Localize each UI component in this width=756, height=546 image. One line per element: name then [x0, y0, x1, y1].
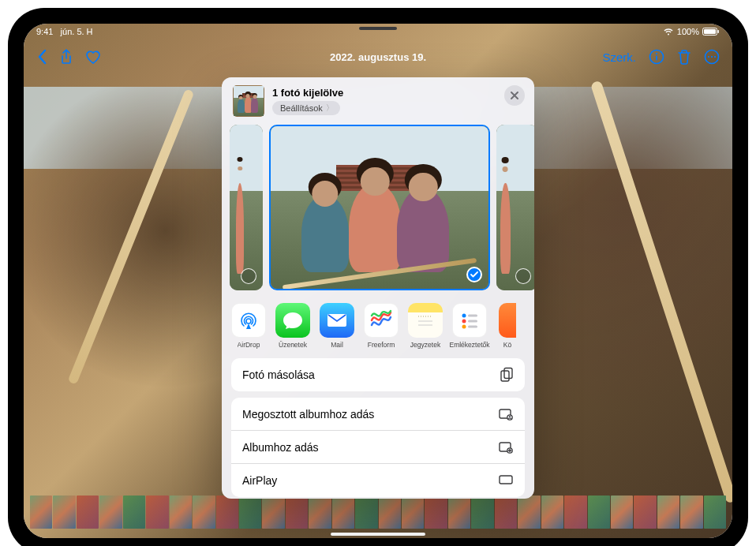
action-label: Megosztott albumhoz adás [242, 408, 374, 421]
share-app-reminders[interactable]: Emlékeztetők [447, 303, 492, 349]
svg-rect-21 [501, 371, 509, 381]
status-time: 9:41 [36, 27, 53, 36]
reminders-icon [452, 303, 487, 338]
selected-photo-thumbnail[interactable] [233, 85, 264, 117]
chevron-right-icon: 〉 [326, 103, 334, 114]
share-sheet: 1 fotó kijelölve Beállítások 〉 [222, 77, 534, 499]
notes-icon [408, 303, 443, 338]
share-action-group-2: Megosztott albumhoz adás Albumhoz adás A… [231, 398, 525, 497]
svg-point-9 [714, 56, 716, 58]
selection-ring-icon[interactable] [241, 268, 256, 284]
back-button[interactable] [36, 49, 47, 65]
screen: 9:41 jún. 5. H 100% 2022. augusz [24, 24, 732, 538]
share-app-messages[interactable]: Üzenetek [271, 303, 315, 349]
share-app-row[interactable]: AirDrop Üzenetek Mail Freeform [222, 298, 534, 358]
home-indicator[interactable] [331, 533, 425, 536]
share-action-group-1: Fotó másolása [231, 358, 525, 391]
info-button[interactable] [649, 49, 664, 65]
svg-point-10 [246, 319, 251, 323]
svg-point-4 [656, 53, 657, 54]
books-icon [499, 303, 516, 338]
share-app-notes[interactable]: Jegyzetek [403, 303, 447, 349]
app-label: Kö [503, 341, 511, 349]
preview-photo-prev[interactable] [230, 125, 263, 290]
action-copy-photo[interactable]: Fotó másolása [231, 358, 525, 391]
action-airplay[interactable]: AirPlay [231, 464, 525, 497]
app-label: Mail [331, 341, 343, 349]
favorite-button[interactable] [85, 50, 101, 64]
app-label: AirDrop [238, 341, 260, 349]
shared-album-icon [498, 407, 514, 421]
app-label: Emlékeztetők [449, 341, 489, 349]
action-label: Albumhoz adás [242, 441, 319, 454]
svg-point-8 [711, 56, 713, 58]
status-right: 100% [663, 27, 720, 36]
action-add-shared-album[interactable]: Megosztott albumhoz adás [231, 398, 525, 431]
photo-thumbnail-strip[interactable] [24, 496, 732, 529]
svg-rect-2 [718, 30, 720, 33]
svg-point-15 [462, 314, 466, 318]
selected-count-label: 1 fotó kijelölve [272, 87, 343, 99]
preview-photo-selected[interactable] [269, 125, 490, 290]
svg-point-17 [462, 320, 466, 323]
svg-rect-20 [468, 326, 477, 328]
share-app-airdrop[interactable]: AirDrop [226, 303, 271, 349]
album-add-icon [498, 440, 514, 454]
wifi-icon [663, 28, 674, 36]
share-app-freeform[interactable]: Freeform [359, 303, 403, 349]
svg-rect-18 [468, 320, 477, 323]
more-button[interactable] [704, 49, 720, 65]
close-button[interactable] [504, 85, 525, 106]
ipad-frame: 9:41 jún. 5. H 100% 2022. augusz [8, 8, 748, 546]
app-label: Freeform [368, 341, 395, 349]
share-app-more[interactable]: Kö [492, 303, 523, 349]
status-date: jún. 5. H [61, 27, 93, 36]
airdrop-icon [231, 303, 266, 338]
svg-point-19 [462, 325, 466, 329]
trash-button[interactable] [677, 49, 691, 65]
svg-rect-28 [500, 476, 512, 484]
action-add-album[interactable]: Albumhoz adás [231, 431, 525, 464]
share-app-mail[interactable]: Mail [315, 303, 359, 349]
svg-point-7 [708, 56, 709, 58]
battery-percent: 100% [677, 27, 699, 36]
photo-preview-row[interactable] [222, 125, 534, 298]
nav-title: 2022. augusztus 19. [330, 51, 426, 63]
selection-ring-icon[interactable] [515, 268, 531, 284]
share-sheet-header: 1 fotó kijelölve Beállítások 〉 [222, 77, 534, 125]
pool-cue-decor [590, 80, 732, 504]
settings-label: Beállítások [280, 103, 323, 113]
status-left: 9:41 jún. 5. H [36, 27, 93, 36]
nav-bar: 2022. augusztus 19. Szerk. [24, 43, 732, 71]
action-label: AirPlay [242, 474, 277, 487]
app-label: Üzenetek [279, 341, 307, 349]
multitask-pill[interactable] [359, 27, 397, 30]
svg-rect-1 [704, 29, 716, 34]
svg-rect-22 [504, 368, 512, 379]
svg-rect-5 [656, 56, 657, 61]
action-label: Fotó másolása [242, 368, 315, 381]
copy-icon [500, 367, 514, 383]
airplay-icon [498, 474, 514, 487]
edit-button[interactable]: Szerk. [602, 50, 636, 64]
freeform-icon [364, 303, 399, 338]
mail-icon [320, 303, 354, 338]
svg-rect-16 [468, 315, 477, 317]
messages-icon [275, 303, 310, 338]
status-bar: 9:41 jún. 5. H 100% [24, 24, 732, 39]
share-button[interactable] [60, 49, 73, 65]
preview-photo-next[interactable] [496, 125, 534, 290]
app-label: Jegyzetek [410, 341, 440, 349]
share-settings-button[interactable]: Beállítások 〉 [272, 101, 340, 115]
svg-point-25 [509, 416, 511, 417]
selected-check-icon [466, 267, 482, 282]
pool-cue-decor [68, 88, 195, 384]
battery-icon [702, 28, 720, 36]
